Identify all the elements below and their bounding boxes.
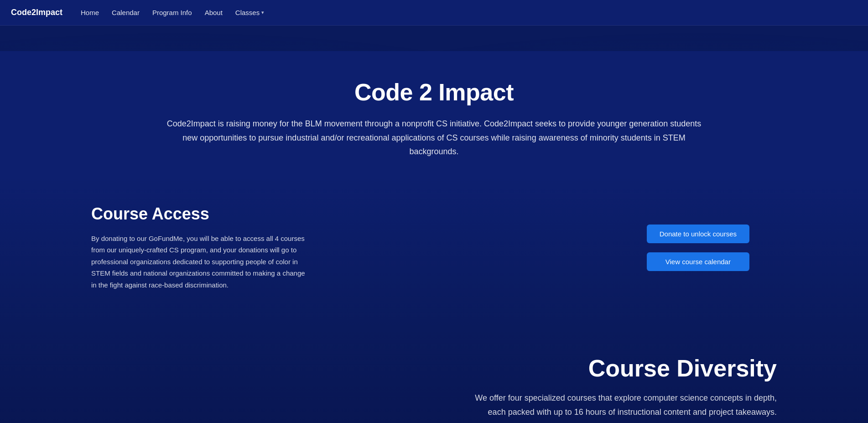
course-access-buttons: Donate to unlock courses View course cal… xyxy=(647,225,749,271)
nav-item-classes[interactable]: Classes ▾ xyxy=(235,9,264,16)
hero-title: Code 2 Impact xyxy=(36,78,832,106)
nav-item-calendar[interactable]: Calendar xyxy=(112,9,140,17)
chevron-down-icon: ▾ xyxy=(261,10,264,16)
nav-link-home[interactable]: Home xyxy=(81,9,99,16)
course-access-title: Course Access xyxy=(91,204,310,224)
course-diversity-description: We offer four specialized courses that e… xyxy=(467,391,777,419)
hero-description: Code2Impact is raising money for the BLM… xyxy=(161,117,708,159)
nav-item-program-info[interactable]: Program Info xyxy=(152,9,192,17)
course-access-description: By donating to our GoFundMe, you will be… xyxy=(91,233,310,291)
course-diversity-title: Course Diversity xyxy=(91,355,777,382)
navbar-links: Home Calendar Program Info About Classes… xyxy=(81,9,264,17)
nav-link-classes[interactable]: Classes ▾ xyxy=(235,9,264,16)
view-calendar-button[interactable]: View course calendar xyxy=(647,252,749,271)
nav-item-about[interactable]: About xyxy=(205,9,223,17)
hero-section: Code 2 Impact Code2Impact is raising mon… xyxy=(0,51,868,177)
navbar: Code2Impact Home Calendar Program Info A… xyxy=(0,0,868,26)
nav-link-program-info[interactable]: Program Info xyxy=(152,9,192,16)
course-access-text: Course Access By donating to our GoFundM… xyxy=(91,204,310,291)
nav-item-home[interactable]: Home xyxy=(81,9,99,17)
nav-link-calendar[interactable]: Calendar xyxy=(112,9,140,16)
course-diversity-section: Course Diversity We offer four specializ… xyxy=(0,327,868,423)
nav-link-about[interactable]: About xyxy=(205,9,223,16)
course-access-section: Course Access By donating to our GoFundM… xyxy=(0,177,868,328)
donate-button[interactable]: Donate to unlock courses xyxy=(647,225,749,243)
main-content: Code 2 Impact Code2Impact is raising mon… xyxy=(0,26,868,423)
navbar-brand[interactable]: Code2Impact xyxy=(11,8,62,17)
